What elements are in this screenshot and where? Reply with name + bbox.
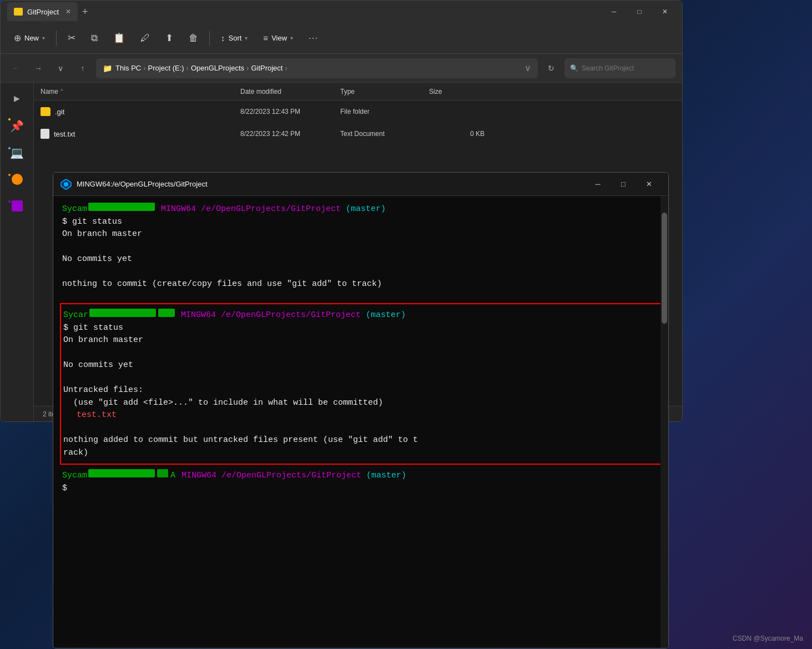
- terminal-minimize-button[interactable]: ─: [585, 176, 611, 193]
- term-output: Untracked files:: [63, 384, 143, 397]
- term-username-2: Sycar: [63, 309, 88, 322]
- term-output: nothing added to commit but untracked fi…: [63, 434, 418, 447]
- term-blur-a: [157, 469, 168, 477]
- copy-button[interactable]: ⧉: [84, 29, 104, 47]
- terminal-line: $ git status: [63, 322, 660, 335]
- terminal-line: Sycar MINGW64 /e/OpenGLProjects/GitProje…: [63, 309, 660, 322]
- file-size-test: 0 KB: [429, 130, 485, 138]
- cut-button[interactable]: ✂: [61, 29, 82, 47]
- up-button[interactable]: ↑: [74, 59, 92, 77]
- terminal-line: On branch master: [63, 334, 660, 347]
- sidebar-pc-icon[interactable]: 💻: [6, 142, 28, 164]
- term-cmd-2: $ git status: [63, 322, 123, 335]
- terminal-window: MINGW64:/e/OpenGLProjects/GitProject ─ □…: [53, 172, 669, 648]
- terminal-content[interactable]: Sycam MINGW64 /e/OpenGLProjects/GitProje…: [53, 196, 668, 648]
- forward-icon: →: [34, 64, 42, 73]
- file-type-test: Text Document: [340, 130, 429, 138]
- sidebar-purple-icon[interactable]: [6, 195, 28, 217]
- file-type-git: File folder: [340, 108, 429, 115]
- terminal-close-button[interactable]: ✕: [636, 176, 662, 193]
- view-button[interactable]: ≡ View ▾: [256, 30, 300, 46]
- terminal-title-text: MINGW64:/e/OpenGLProjects/GitProject: [77, 180, 585, 188]
- column-headers: Name ^ Date modified Type Size: [34, 83, 682, 100]
- col-name-header[interactable]: Name ^: [41, 88, 240, 95]
- terminal-line: No commits yet: [62, 253, 659, 266]
- path-dropdown-arrow[interactable]: ∨: [524, 63, 531, 73]
- sort-button[interactable]: ↕ Sort ▾: [214, 30, 254, 46]
- terminal-line: [62, 266, 659, 279]
- terminal-line: [62, 291, 659, 304]
- col-size-header[interactable]: Size: [429, 88, 485, 95]
- new-button[interactable]: ⊕ New ▾: [7, 29, 52, 47]
- term-path-bottom: MINGW64 /e/OpenGLProjects/GitProject: [176, 470, 366, 482]
- sidebar-pin-icon[interactable]: 📌: [6, 115, 28, 137]
- sort-icon: ↕: [221, 33, 225, 43]
- explorer-tab[interactable]: GitProject ✕: [7, 2, 78, 21]
- col-date-header[interactable]: Date modified: [240, 88, 340, 95]
- terminal-maximize-button[interactable]: □: [611, 176, 636, 193]
- refresh-button[interactable]: ↻: [542, 59, 560, 77]
- path-sep-3: ›: [246, 64, 249, 72]
- sidebar-purple-dot: [8, 200, 11, 203]
- file-row[interactable]: .git 8/22/2023 12:43 PM File folder: [34, 100, 682, 123]
- col-type-header[interactable]: Type: [340, 88, 429, 95]
- search-box[interactable]: 🔍: [564, 58, 675, 78]
- close-button[interactable]: ✕: [652, 3, 678, 20]
- name-sort-arrow: ^: [60, 88, 63, 94]
- rename-button[interactable]: 🖊: [134, 29, 157, 47]
- maximize-button[interactable]: □: [627, 3, 652, 20]
- terminal-scrollbar[interactable]: [660, 196, 668, 648]
- search-icon: 🔍: [570, 64, 578, 72]
- share-icon: ⬆: [165, 32, 173, 44]
- minimize-button[interactable]: ─: [601, 3, 627, 20]
- paste-button[interactable]: 📋: [107, 29, 132, 47]
- forward-button[interactable]: →: [29, 59, 47, 77]
- terminal-icon: [60, 178, 72, 190]
- sidebar-icons: 📌 💻: [6, 110, 28, 222]
- terminal-window-controls: ─ □ ✕: [585, 176, 662, 193]
- share-button[interactable]: ⬆: [159, 29, 180, 47]
- toolbar: ⊕ New ▾ ✂ ⧉ 📋 🖊 ⬆ 🗑 ↕ Sort ▾ ≡: [1, 23, 682, 54]
- new-label: New: [24, 34, 39, 42]
- terminal-line: Sycam A MINGW64 /e/OpenGLProjects/GitPro…: [62, 469, 659, 482]
- back-button[interactable]: ←: [7, 59, 25, 77]
- tab-close-button[interactable]: ✕: [65, 8, 71, 16]
- tab-add-button[interactable]: +: [82, 6, 88, 18]
- path-gitproject: GitProject: [251, 64, 283, 72]
- term-branch-2: (master): [366, 309, 406, 322]
- delete-button[interactable]: 🗑: [182, 29, 205, 47]
- more-button[interactable]: ···: [302, 29, 325, 47]
- address-path-bar[interactable]: 📁 This PC › Project (E:) › OpenGLProject…: [96, 58, 538, 78]
- file-row[interactable]: test.txt 8/22/2023 12:42 PM Text Documen…: [34, 123, 682, 145]
- terminal-line: rack): [63, 447, 660, 460]
- new-dropdown-arrow: ▾: [42, 35, 45, 41]
- folder-icon: [41, 107, 51, 116]
- path-sep-4: ›: [285, 64, 287, 72]
- term-blur-suffix: [158, 309, 175, 317]
- file-name-test: test.txt: [41, 129, 240, 139]
- sidebar-expand-icon: ▶: [14, 94, 20, 103]
- terminal-scroll-thumb[interactable]: [662, 213, 667, 324]
- path-project: Project (E:): [148, 64, 184, 72]
- address-bar: ← → ∨ ↑ 📁 This PC › Project (E:) › OpenG…: [1, 54, 682, 83]
- terminal-line: [63, 347, 660, 360]
- copy-icon: ⧉: [91, 33, 98, 44]
- more-icon: ···: [309, 33, 318, 44]
- terminal-line: Untracked files:: [63, 384, 660, 397]
- terminal-line: Sycam MINGW64 /e/OpenGLProjects/GitProje…: [62, 203, 659, 216]
- term-cmd: $ git status: [62, 216, 122, 229]
- sidebar-orange-icon[interactable]: [6, 168, 28, 190]
- sidebar-toggle-button[interactable]: ▶: [7, 88, 27, 108]
- terminal-line: $ git status: [62, 216, 659, 229]
- cut-icon: ✂: [68, 32, 75, 44]
- view-label: View: [271, 34, 287, 42]
- term-path: MINGW64 /e/OpenGLProjects/GitProject: [156, 203, 346, 216]
- terminal-line: nothing to commit (create/copy files and…: [62, 278, 659, 291]
- svg-point-2: [64, 182, 68, 187]
- text-file-icon: [41, 129, 49, 139]
- expand-nav-button[interactable]: ∨: [52, 59, 69, 77]
- search-input[interactable]: [582, 64, 670, 72]
- term-output: On branch master: [63, 334, 143, 347]
- terminal-line: No commits yet: [63, 359, 660, 372]
- path-folder-icon: 📁: [103, 64, 112, 73]
